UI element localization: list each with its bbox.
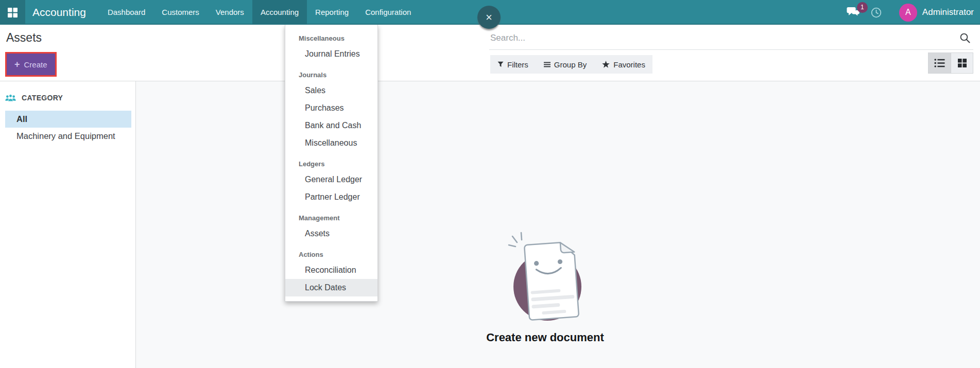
empty-state: Create new document — [123, 221, 967, 344]
filters-label: Filters — [507, 60, 528, 69]
nav-item-reporting[interactable]: Reporting — [307, 0, 357, 25]
favorites-label: Favorites — [613, 60, 645, 69]
nav-item-customers[interactable]: Customers — [153, 0, 208, 25]
systray: 1 A Administrator — [847, 0, 974, 25]
menu-item-lock-dates[interactable]: Lock Dates — [285, 279, 377, 296]
search-button[interactable] — [959, 32, 971, 46]
activities-button[interactable] — [871, 7, 882, 18]
search-icon — [959, 32, 971, 44]
main-menu: DashboardCustomersVendorsAccountingRepor… — [99, 0, 419, 25]
list-view-button[interactable] — [929, 53, 951, 73]
close-icon: × — [486, 11, 492, 24]
category-header-label: CATEGORY — [22, 94, 63, 102]
nav-item-vendors[interactable]: Vendors — [208, 0, 252, 25]
page-title: Assets — [6, 31, 42, 45]
menu-item-miscellaneous[interactable]: Miscellaneous — [285, 134, 377, 152]
apps-grid-icon — [7, 7, 18, 18]
search-options-bar: FiltersGroup ByFavorites — [490, 55, 652, 74]
category-item-machinery-and-equipment[interactable]: Machinery and Equipment — [5, 128, 131, 145]
menu-item-reconciliation[interactable]: Reconciliation — [285, 261, 377, 279]
filters-button[interactable]: Filters — [497, 60, 528, 69]
empty-document-illustration — [489, 317, 602, 326]
notification-badge: 1 — [857, 2, 868, 13]
apps-menu-button[interactable] — [0, 0, 25, 25]
avatar: A — [899, 4, 917, 22]
menu-item-sales[interactable]: Sales — [285, 82, 377, 99]
view-switcher — [928, 52, 973, 74]
menu-section-header-journals: Journals — [285, 70, 377, 80]
nav-item-accounting[interactable]: Accounting — [252, 0, 307, 25]
menu-section-header-actions: Actions — [285, 250, 377, 260]
menu-section-miscellaneous: MiscellaneousJournal Entries — [285, 33, 377, 63]
filter-icon — [497, 61, 504, 67]
list-view-icon — [934, 58, 945, 68]
menu-section-actions: ActionsReconciliationLock Dates — [285, 250, 377, 296]
search-underline — [489, 49, 973, 50]
menu-item-journal-entries[interactable]: Journal Entries — [285, 45, 377, 63]
menu-section-header-management: Management — [285, 213, 377, 223]
menu-item-assets[interactable]: Assets — [285, 225, 377, 242]
menu-section-ledgers: LedgersGeneral LedgerPartner Ledger — [285, 159, 377, 206]
create-button[interactable]: + Create — [5, 52, 57, 77]
user-name: Administrator — [922, 7, 974, 17]
group-by-label: Group By — [554, 60, 587, 69]
app-brand-title: Accounting — [32, 6, 86, 19]
close-button[interactable]: × — [477, 6, 501, 29]
empty-state-message: Create new document — [123, 331, 967, 344]
user-menu[interactable]: A Administrator — [899, 4, 974, 22]
category-users-icon — [5, 94, 16, 102]
main-content: CATEGORY AllMachinery and Equipment — [0, 81, 980, 368]
nav-item-configuration[interactable]: Configuration — [357, 0, 419, 25]
menu-item-general-ledger[interactable]: General Ledger — [285, 171, 377, 188]
menu-section-journals: JournalsSalesPurchasesBank and CashMisce… — [285, 70, 377, 152]
favorites-icon — [602, 61, 610, 68]
group-by-icon — [544, 62, 551, 67]
menu-section-header-miscellaneous: Miscellaneous — [285, 33, 377, 44]
menu-section-management: ManagementAssets — [285, 213, 377, 242]
plus-icon: + — [14, 60, 20, 69]
accounting-dropdown-menu: MiscellaneousJournal EntriesJournalsSale… — [285, 25, 378, 302]
category-section-header: CATEGORY — [0, 93, 135, 103]
menu-item-partner-ledger[interactable]: Partner Ledger — [285, 188, 377, 206]
search-panel-sidebar: CATEGORY AllMachinery and Equipment — [0, 81, 136, 368]
kanban-view-icon — [957, 58, 967, 68]
menu-item-bank-and-cash[interactable]: Bank and Cash — [285, 117, 377, 134]
nav-item-dashboard[interactable]: Dashboard — [99, 0, 153, 25]
favorites-button[interactable]: Favorites — [602, 60, 645, 69]
search-input[interactable] — [490, 33, 810, 43]
menu-section-header-ledgers: Ledgers — [285, 159, 377, 169]
category-item-all[interactable]: All — [5, 111, 131, 128]
messages-button[interactable]: 1 — [847, 7, 861, 18]
create-button-label: Create — [24, 60, 47, 69]
control-panel: Assets + Create FiltersGroup ByFavorites — [0, 25, 980, 81]
clock-icon — [871, 7, 882, 18]
menu-item-purchases[interactable]: Purchases — [285, 99, 377, 117]
group-by-button[interactable]: Group By — [544, 60, 587, 69]
kanban-view-button[interactable] — [951, 53, 973, 73]
